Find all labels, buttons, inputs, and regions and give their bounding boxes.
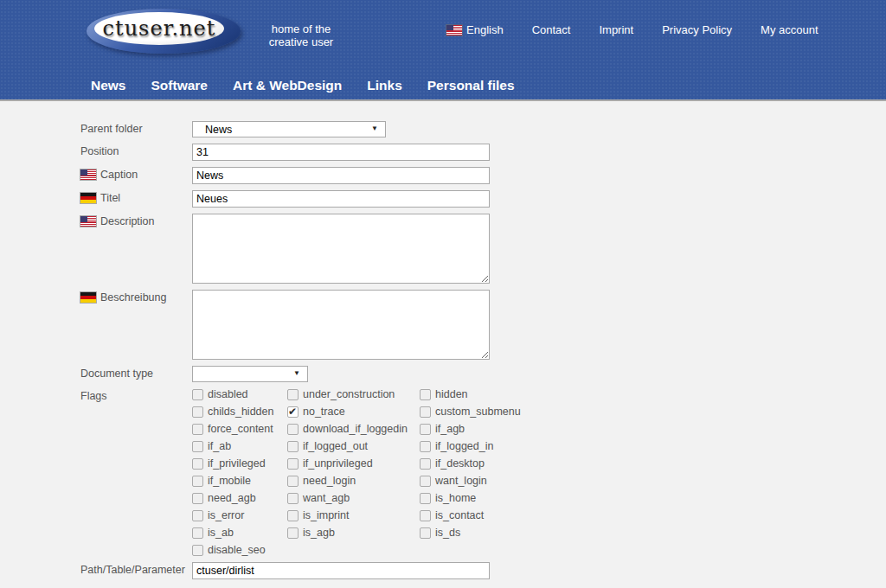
flag-option-if_ab[interactable]: if_ab [192, 440, 287, 452]
nav-item-personal-files[interactable]: Personal files [427, 78, 515, 93]
flag-checkbox-label: is_home [435, 492, 476, 504]
tagline-line2: creative user [260, 35, 343, 48]
flag-checkbox-is_ds[interactable] [420, 527, 431, 539]
flag-option-download_if_loggedin[interactable]: download_if_loggedin [287, 423, 420, 435]
flag-checkbox-label: if_privileged [208, 457, 266, 470]
site-header: ctuser.net home of the creative user Eng… [0, 0, 886, 101]
flag-checkbox-under_construction[interactable] [287, 389, 299, 400]
language-link[interactable]: English [446, 23, 504, 36]
flag-checkbox-need_login[interactable] [287, 476, 299, 487]
flag-option-is_contact[interactable]: is_contact [420, 509, 558, 521]
caption-label: Caption [80, 167, 192, 181]
flag-checkbox-want_login[interactable] [420, 476, 431, 487]
flag-checkbox-hidden[interactable] [420, 389, 431, 400]
flag-option-is_imprint[interactable]: is_imprint [287, 509, 420, 521]
logo-ellipse: ctuser.net [94, 12, 224, 45]
flag-option-if_agb[interactable]: if_agb [420, 423, 558, 435]
flag-checkbox-label: is_ab [208, 527, 234, 539]
flag-checkbox-is_imprint[interactable] [287, 510, 299, 521]
tagline-line1: home of the [260, 22, 343, 35]
flag-option-if_desktop[interactable]: if_desktop [420, 457, 558, 470]
flag-option-is_ab[interactable]: is_ab [192, 527, 287, 539]
flag-checkbox-disabled[interactable] [192, 389, 203, 400]
flags-label: Flags [80, 388, 192, 402]
flag-checkbox-if_logged_in[interactable] [420, 441, 431, 452]
flag-option-need_agb[interactable]: need_agb [192, 492, 287, 504]
my-account-link[interactable]: My account [761, 23, 818, 36]
flag-checkbox-label: force_content [208, 423, 273, 435]
nav-item-links[interactable]: Links [367, 78, 401, 93]
flag-checkbox-is_agb[interactable] [287, 527, 299, 539]
flag-checkbox-if_agb[interactable] [420, 424, 431, 435]
flag-option-is_agb[interactable]: is_agb [287, 527, 420, 539]
site-logo[interactable]: ctuser.net [87, 9, 241, 54]
parent-folder-label: Parent folder [80, 121, 192, 135]
caption-input[interactable] [192, 167, 490, 184]
flag-checkbox-if_unprivileged[interactable] [287, 458, 299, 470]
contact-link[interactable]: Contact [532, 23, 571, 36]
document-type-label-text: Document type [80, 368, 153, 380]
titel-input[interactable] [192, 190, 490, 208]
flag-checkbox-download_if_loggedin[interactable] [287, 424, 299, 435]
flag-checkbox-is_ab[interactable] [192, 527, 203, 539]
main-nav: News Software Art & WebDesign Links Pers… [91, 78, 515, 93]
flag-option-if_logged_in[interactable]: if_logged_in [420, 440, 558, 452]
flag-option-want_login[interactable]: want_login [420, 475, 558, 487]
flag-checkbox-need_agb[interactable] [192, 493, 203, 504]
flag-checkbox-is_contact[interactable] [420, 510, 431, 521]
flag-checkbox-label: if_logged_in [435, 440, 493, 452]
beschreibung-textarea[interactable] [192, 290, 490, 360]
flag-checkbox-if_privileged[interactable] [192, 458, 203, 470]
flag-option-childs_hidden[interactable]: childs_hidden [192, 406, 287, 418]
beschreibung-row: Beschreibung [80, 290, 886, 360]
flag-option-no_trace[interactable]: no_trace [287, 406, 420, 418]
flag-option-is_home[interactable]: is_home [420, 492, 558, 504]
flag-option-hidden[interactable]: hidden [420, 388, 558, 400]
position-input[interactable] [192, 144, 490, 161]
flag-checkbox-is_home[interactable] [420, 493, 431, 504]
flag-checkbox-label: under_construction [303, 388, 395, 400]
flag-checkbox-if_desktop[interactable] [420, 458, 431, 470]
flag-option-is_ds[interactable]: is_ds [420, 527, 558, 539]
flag-checkbox-want_agb[interactable] [287, 493, 299, 504]
flag-option-if_logged_out[interactable]: if_logged_out [287, 440, 420, 452]
flag-option-if_privileged[interactable]: if_privileged [192, 457, 287, 470]
nav-item-news[interactable]: News [91, 78, 126, 93]
titel-row: Titel [80, 190, 886, 208]
flag-checkbox-if_logged_out[interactable] [287, 441, 299, 452]
flag-checkbox-label: is_contact [435, 509, 484, 521]
top-links: English Contact Imprint Privacy Policy M… [446, 23, 819, 36]
flag-checkbox-label: if_desktop [435, 457, 485, 470]
position-label-text: Position [80, 145, 119, 157]
flag-checkbox-no_trace[interactable] [287, 406, 299, 418]
document-type-select[interactable] [192, 366, 308, 382]
description-textarea[interactable] [192, 214, 490, 284]
parent-folder-select[interactable]: News [192, 121, 386, 137]
flag-option-is_error[interactable]: is_error [192, 509, 287, 521]
flag-option-if_mobile[interactable]: if_mobile [192, 475, 287, 487]
flag-checkbox-label: is_agb [303, 527, 335, 539]
site-tagline: home of the creative user [260, 22, 343, 48]
flag-option-force_content[interactable]: force_content [192, 423, 287, 435]
nav-item-software[interactable]: Software [151, 78, 208, 93]
flag-option-custom_submenu[interactable]: custom_submenu [420, 406, 558, 418]
path-input[interactable] [192, 562, 490, 579]
flag-option-want_agb[interactable]: want_agb [287, 492, 420, 504]
flag-checkbox-disable_seo[interactable] [192, 545, 203, 556]
flag-checkbox-if_mobile[interactable] [192, 476, 203, 487]
flag-checkbox-if_ab[interactable] [192, 441, 203, 452]
imprint-link[interactable]: Imprint [599, 23, 633, 36]
flag-checkbox-force_content[interactable] [192, 424, 203, 435]
flag-checkbox-childs_hidden[interactable] [192, 406, 203, 418]
flag-option-disable_seo[interactable]: disable_seo [192, 544, 287, 556]
flag-option-under_construction[interactable]: under_construction [287, 388, 420, 400]
nav-item-art-webdesign[interactable]: Art & WebDesign [233, 78, 342, 93]
flag-option-disabled[interactable]: disabled [192, 388, 287, 400]
flag-option-if_unprivileged[interactable]: if_unprivileged [287, 457, 420, 470]
flag-checkbox-custom_submenu[interactable] [420, 406, 431, 418]
path-row: Path/Table/Parameter [80, 562, 886, 579]
flag-checkbox-is_error[interactable] [192, 510, 203, 521]
flag-option-need_login[interactable]: need_login [287, 475, 420, 487]
flag-checkbox-label: need_login [303, 475, 356, 487]
privacy-policy-link[interactable]: Privacy Policy [662, 23, 732, 36]
